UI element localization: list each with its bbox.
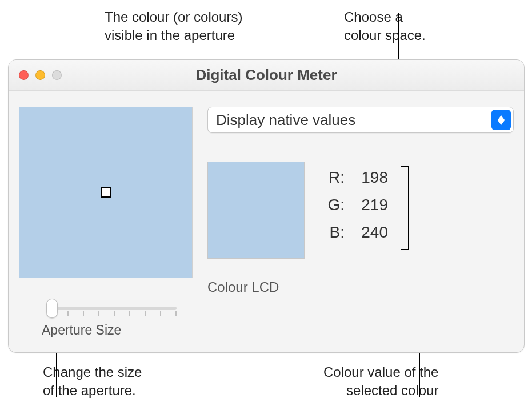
- colour-space-selected: Display native values: [216, 111, 355, 129]
- colour-space-dropdown[interactable]: Display native values: [207, 107, 514, 133]
- rgb-values: R: 198 G: 219 B: 240: [322, 164, 388, 246]
- display-name: Colour LCD: [207, 279, 279, 295]
- callout-colour-space: Choose a colour space.: [344, 8, 426, 45]
- window-body: Aperture Size Display native values R: 1…: [9, 91, 524, 352]
- rgb-value-b: 240: [354, 223, 388, 242]
- callout-aperture-colour: The colour (or colours) visible in the a…: [105, 8, 242, 45]
- minimize-button[interactable]: [35, 70, 45, 80]
- svg-marker-1: [498, 120, 505, 125]
- app-window: Digital Colour Meter Aperture Size Displ…: [8, 59, 525, 353]
- window-title: Digital Colour Meter: [9, 66, 524, 84]
- aperture-size-slider[interactable]: [36, 296, 177, 319]
- callout-colour-value: Colour value of the selected colour: [323, 363, 438, 400]
- rgb-value-g: 219: [354, 196, 388, 214]
- titlebar: Digital Colour Meter: [9, 60, 524, 91]
- rgb-bracket: [401, 166, 409, 250]
- rgb-row-r: R: 198: [322, 164, 388, 191]
- aperture-size-control: Aperture Size: [36, 296, 177, 338]
- slider-ticks: [52, 311, 177, 316]
- rgb-label-r: R:: [322, 168, 345, 187]
- aperture-marker: [101, 187, 111, 198]
- rgb-label-b: B:: [322, 223, 345, 242]
- rgb-label-g: G:: [322, 196, 345, 214]
- aperture-size-label: Aperture Size: [36, 323, 177, 338]
- traffic-lights: [19, 70, 62, 80]
- slider-track: [52, 307, 177, 310]
- callout-aperture-size: Change the size of the aperture.: [43, 363, 142, 400]
- slider-thumb[interactable]: [46, 299, 58, 318]
- zoom-button[interactable]: [52, 70, 62, 80]
- rgb-value-r: 198: [354, 168, 388, 187]
- dropdown-arrows-icon: [491, 110, 511, 130]
- colour-swatch: [207, 162, 305, 259]
- rgb-row-b: B: 240: [322, 219, 388, 246]
- rgb-row-g: G: 219: [322, 191, 388, 219]
- svg-marker-0: [498, 115, 505, 120]
- close-button[interactable]: [19, 70, 29, 80]
- aperture-preview: [19, 107, 193, 278]
